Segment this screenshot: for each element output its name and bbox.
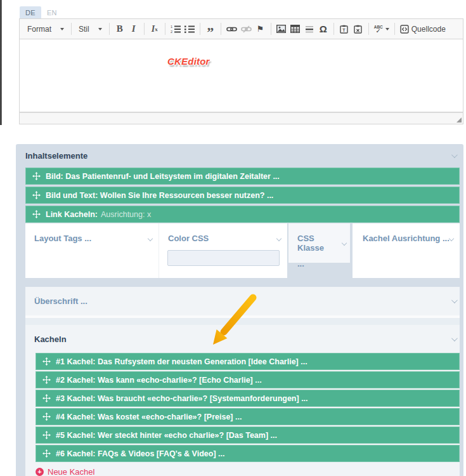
kachel-bar[interactable]: #4 Kachel: Was kostet «echo-charlie»? [P… xyxy=(36,408,460,425)
kachel-bar[interactable]: #2 Kachel: Was kann «echo-charlie»? [Ech… xyxy=(36,371,460,388)
editor-footer xyxy=(19,112,463,124)
format-dropdown[interactable]: Format xyxy=(23,22,68,37)
ckeditor-logo: CKEditor xyxy=(167,56,210,67)
neue-kachel-button[interactable]: + Neue Kachel xyxy=(36,467,94,476)
chevron-down-icon xyxy=(342,241,347,246)
kacheln-list: #1 Kachel: Das Rufsystem der neusten Gen… xyxy=(36,353,460,462)
css-klasse-value: ... xyxy=(297,259,350,268)
move-icon[interactable] xyxy=(32,210,41,218)
paste-from-word-icon[interactable]: T xyxy=(337,22,351,37)
chevron-down-icon[interactable] xyxy=(451,152,458,158)
kachel-bar[interactable]: #1 Kachel: Das Rufsystem der neusten Gen… xyxy=(36,353,460,370)
chevron-down-icon xyxy=(449,235,454,241)
field-color-css: Color CSS xyxy=(159,223,287,278)
anchor-flag-icon[interactable]: ⚑ xyxy=(254,22,268,37)
unlink-icon xyxy=(239,22,254,37)
bold-icon[interactable]: B xyxy=(113,22,127,37)
stil-dropdown[interactable]: Stil xyxy=(75,22,106,37)
move-icon[interactable] xyxy=(32,191,41,199)
content-item-bar[interactable]: Bild: Das Patientenruf- und Leitsystem i… xyxy=(25,168,460,185)
svg-text:T: T xyxy=(342,28,346,32)
caret-down-icon xyxy=(60,28,64,30)
chevron-down-icon xyxy=(148,235,153,241)
editor-toolbar: Format Stil B I Ix 12 ” ⚑ xyxy=(19,18,463,39)
panel-title: Inhaltselemente xyxy=(25,151,87,161)
chevron-down-icon[interactable] xyxy=(451,297,458,303)
kacheln-header[interactable]: Kacheln xyxy=(25,325,460,353)
italic-icon[interactable]: I xyxy=(127,22,141,37)
chevron-down-icon xyxy=(276,235,282,241)
move-icon[interactable] xyxy=(42,449,51,458)
table-icon[interactable] xyxy=(288,22,302,37)
add-plus-icon: + xyxy=(36,468,44,476)
kachel-bar[interactable]: #6 Kachel: FAQs & Videos [FAQ's & Video]… xyxy=(36,445,460,462)
remove-format-icon[interactable]: Ix xyxy=(148,22,162,37)
move-icon[interactable] xyxy=(42,376,51,384)
caret-down-icon xyxy=(385,28,389,30)
caret-down-icon xyxy=(98,28,102,30)
language-tabs: DE EN xyxy=(20,6,463,18)
move-icon[interactable] xyxy=(42,357,51,366)
move-icon[interactable] xyxy=(32,172,41,180)
move-icon[interactable] xyxy=(42,394,51,402)
spellcheck-icon[interactable]: ABC ✓ xyxy=(372,22,391,37)
link-kacheln-form: Layout Tags ... Color CSS CSS Klasse ...… xyxy=(25,223,460,278)
color-css-input[interactable] xyxy=(167,250,280,266)
content-item-bar[interactable]: Bild und Text: Wollen Sie Ihre Ressource… xyxy=(25,187,460,204)
section-kacheln: Kacheln #1 Kachel: Das Rufsystem der neu… xyxy=(25,325,460,476)
content-item-bar[interactable]: Link Kacheln: Ausrichtung: x xyxy=(25,206,460,223)
field-kachel-ausrichtung[interactable]: Kachel Ausrichtung ... xyxy=(353,223,460,278)
resize-handle-icon[interactable] xyxy=(456,117,462,122)
kachel-bar[interactable]: #3 Kachel: Was braucht «echo-charlie»? [… xyxy=(36,390,460,407)
window-edge xyxy=(0,0,2,125)
blockquote-icon[interactable]: ” xyxy=(204,22,217,37)
move-icon[interactable] xyxy=(42,431,51,439)
editor-content-area[interactable]: CKEditor xyxy=(19,39,463,112)
link-icon[interactable] xyxy=(224,22,239,37)
special-char-icon[interactable]: Ω xyxy=(316,22,330,37)
image-icon[interactable] xyxy=(275,22,288,37)
kachel-bar[interactable]: #5 Kachel: Wer steckt hinter «echo charl… xyxy=(36,426,460,444)
tab-de[interactable]: DE xyxy=(20,6,41,18)
horizontal-rule-icon[interactable] xyxy=(302,22,316,37)
source-code-button[interactable]: Quellcode xyxy=(398,22,448,37)
move-icon[interactable] xyxy=(42,413,51,421)
richtext-editor: DE EN Format Stil B I Ix 12 ” xyxy=(19,6,463,124)
chevron-down-icon[interactable] xyxy=(451,335,458,341)
svg-text:1: 1 xyxy=(171,25,172,29)
panel-header-inhaltselemente[interactable]: Inhaltselemente xyxy=(25,144,460,168)
paste-as-text-icon[interactable] xyxy=(351,22,365,37)
inhaltselemente-panel: Inhaltselemente Bild: Das Patientenruf- … xyxy=(16,144,463,476)
section-ueberschrift[interactable]: Überschrift ... xyxy=(25,287,460,315)
svg-text:2: 2 xyxy=(171,30,172,34)
field-layout-tags[interactable]: Layout Tags ... xyxy=(25,223,159,278)
tab-en[interactable]: EN xyxy=(41,6,63,18)
bullet-list-icon[interactable] xyxy=(183,22,197,37)
field-css-klasse[interactable]: CSS Klasse ... xyxy=(288,223,350,263)
ordered-list-icon[interactable]: 12 xyxy=(169,22,183,37)
